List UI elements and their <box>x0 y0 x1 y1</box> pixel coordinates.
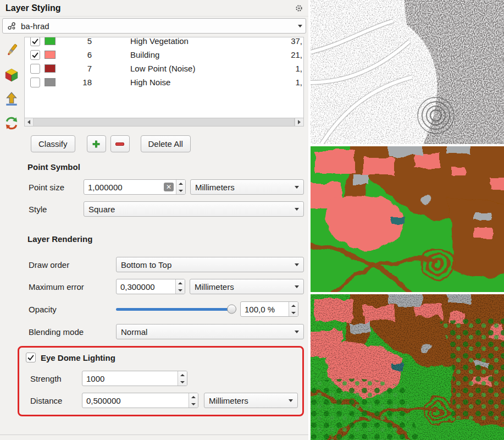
blending-mode-label: Blending mode <box>29 327 112 337</box>
tab-symbology[interactable] <box>3 42 20 59</box>
opacity-input[interactable]: 100,0 % <box>240 301 298 317</box>
strength-input[interactable]: 1000 <box>82 371 187 386</box>
remove-class-button[interactable] <box>110 135 130 152</box>
style-label: Style <box>29 205 80 214</box>
opacity-slider-handle[interactable] <box>227 305 236 314</box>
point-size-spinner <box>176 180 185 194</box>
spin-down-icon[interactable] <box>176 187 185 194</box>
class-code: 18 <box>60 78 92 87</box>
color-swatch[interactable] <box>45 64 56 73</box>
strength-spinner <box>178 371 187 386</box>
panel-body: 5 High Vegetation 37, 6 Building 21, <box>0 36 308 435</box>
point-size-input[interactable]: 1,000000 ✕ <box>84 179 186 195</box>
tab-elevation[interactable] <box>3 91 20 107</box>
opacity-row: Opacity 100,0 % <box>24 301 304 317</box>
class-checkbox[interactable] <box>30 37 40 46</box>
point-size-unit-select[interactable]: Millimeters <box>190 179 304 195</box>
chevron-down-icon <box>295 208 299 211</box>
clear-field-icon[interactable]: ✕ <box>164 183 174 191</box>
gear-icon[interactable] <box>295 4 303 12</box>
distance-row: Distance 0,500000 Millimeters <box>26 393 298 408</box>
layer-selector[interactable]: ba-hrad <box>2 18 306 34</box>
spin-down-icon[interactable] <box>189 400 198 408</box>
table-row[interactable]: 6 Building 21, <box>25 48 303 62</box>
undo-redo-icon <box>4 116 19 131</box>
spin-up-icon[interactable] <box>176 279 185 287</box>
color-swatch[interactable] <box>45 78 56 86</box>
point-cloud-intensity-preview[interactable] <box>311 0 504 144</box>
classification-edl-preview[interactable] <box>311 294 504 440</box>
tab-history[interactable] <box>3 115 20 131</box>
table-row[interactable]: 5 High Vegetation 37, <box>25 37 303 48</box>
point-cloud-layer-icon <box>7 21 16 31</box>
max-error-row: Maximum error 0,300000 Millimeters <box>24 279 304 294</box>
chevron-down-icon <box>295 186 299 189</box>
style-row: Style Square <box>24 201 304 217</box>
max-error-label: Maximum error <box>29 282 112 292</box>
map-previews-column <box>311 0 504 440</box>
opacity-slider[interactable] <box>116 301 236 317</box>
max-error-input[interactable]: 0,300000 <box>116 279 185 294</box>
blending-mode-value: Normal <box>121 327 147 337</box>
chevron-down-icon <box>295 331 299 333</box>
elevation-arrow-icon <box>4 91 19 107</box>
style-select[interactable]: Square <box>84 201 304 217</box>
blending-mode-select[interactable]: Normal <box>116 324 304 339</box>
strength-value: 1000 <box>82 374 178 383</box>
color-swatch[interactable] <box>45 51 56 59</box>
point-size-value: 1,000000 <box>84 183 162 192</box>
eye-dome-lighting-annotation-box: Eye Dome Lighting Strength 1000 <box>18 346 304 416</box>
add-class-button[interactable] <box>87 135 106 152</box>
classification-actions: Classify Delete All <box>24 135 304 152</box>
delete-all-button[interactable]: Delete All <box>141 135 191 152</box>
opacity-value: 100,0 % <box>241 305 289 314</box>
class-checkbox[interactable] <box>30 64 40 74</box>
max-error-value: 0,300000 <box>117 282 175 292</box>
classification-table: 5 High Vegetation 37, 6 Building 21, <box>24 37 304 118</box>
distance-unit-select[interactable]: Millimeters <box>204 393 298 408</box>
scroll-right-icon[interactable] <box>295 118 303 126</box>
max-error-unit-select[interactable]: Millimeters <box>190 279 304 294</box>
blending-mode-row: Blending mode Normal <box>24 324 304 339</box>
panel-titlebar: Layer Styling <box>0 0 308 16</box>
max-error-spinner <box>175 279 185 294</box>
classification-flat-preview[interactable] <box>311 146 504 292</box>
panel-bottom-scroll-strip[interactable] <box>0 435 308 440</box>
point-size-label: Point size <box>29 183 80 192</box>
layer-name: ba-hrad <box>21 21 49 31</box>
draw-order-select[interactable]: Bottom to Top <box>116 257 304 272</box>
class-label: High Vegetation <box>130 37 189 46</box>
class-checkbox[interactable] <box>30 50 40 60</box>
paintbrush-icon <box>4 43 19 58</box>
draw-order-label: Draw order <box>29 260 112 270</box>
class-checkbox[interactable] <box>30 78 40 87</box>
color-swatch[interactable] <box>45 37 56 45</box>
point-symbol-header: Point Symbol <box>24 162 304 172</box>
horizontal-scrollbar[interactable] <box>24 118 304 127</box>
table-row[interactable]: 7 Low Point (Noise) 1, <box>25 62 303 75</box>
scroll-left-icon[interactable] <box>25 118 34 126</box>
class-count: 21, <box>291 50 302 59</box>
scrollbar-thumb[interactable] <box>34 118 295 126</box>
distance-input[interactable]: 0,500000 <box>82 393 198 408</box>
strength-label: Strength <box>30 374 77 383</box>
class-label: High Noise <box>130 78 170 87</box>
class-label: Building <box>130 50 159 59</box>
classify-button[interactable]: Classify <box>31 135 75 152</box>
table-row[interactable]: 18 High Noise 1, <box>25 75 303 89</box>
spin-up-icon[interactable] <box>178 371 187 378</box>
spin-up-icon[interactable] <box>289 302 298 309</box>
plus-icon <box>92 140 101 148</box>
spin-up-icon[interactable] <box>189 393 198 400</box>
class-label: Low Point (Noise) <box>130 64 195 73</box>
style-value: Square <box>88 205 115 214</box>
opacity-slider-track[interactable] <box>116 308 236 311</box>
chevron-down-icon <box>289 399 293 402</box>
eye-dome-lighting-checkbox[interactable] <box>26 353 36 362</box>
spin-down-icon[interactable] <box>178 378 187 386</box>
spin-down-icon[interactable] <box>289 309 298 316</box>
spin-up-icon[interactable] <box>176 180 185 187</box>
tab-3d-view[interactable] <box>3 67 20 83</box>
spin-down-icon[interactable] <box>176 287 185 294</box>
layer-selector-row: ba-hrad <box>0 16 308 36</box>
